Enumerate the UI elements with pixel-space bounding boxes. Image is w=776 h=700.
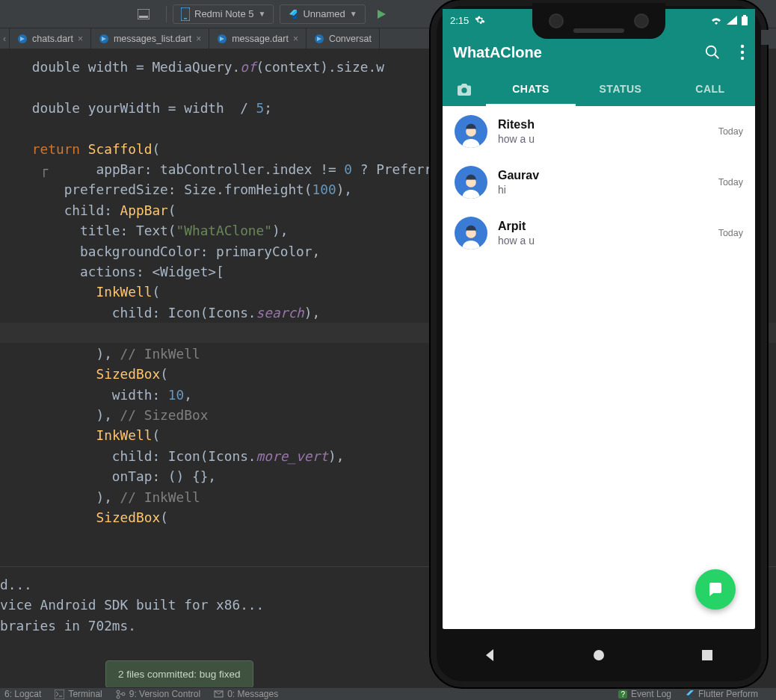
svg-point-36 — [594, 650, 604, 660]
vcs-tab[interactable]: 9: Version Control — [116, 689, 200, 699]
tab-call[interactable]: CALL — [665, 73, 755, 106]
camera-tab[interactable] — [443, 73, 486, 106]
chat-msg: hi — [498, 184, 708, 196]
chat-name: Arpit — [498, 220, 708, 233]
logcat-tab[interactable]: 6: Logcat — [4, 689, 41, 699]
eventlog-tab[interactable]: ? Event Log — [618, 689, 671, 699]
config-label: Unnamed — [303, 8, 345, 19]
gear-icon — [475, 15, 485, 25]
flutter-perf-tab[interactable]: Flutter Perform — [685, 689, 758, 699]
signal-icon — [727, 16, 737, 25]
more-vert-icon[interactable] — [740, 44, 745, 61]
run-button[interactable] — [372, 4, 391, 24]
chevron-down-icon: ▼ — [350, 10, 357, 18]
chat-row[interactable]: Ritesh how a u Today — [443, 106, 755, 157]
svg-point-31 — [461, 87, 466, 93]
chevron-down-icon: ▼ — [258, 10, 265, 18]
emulator-side-handle[interactable] — [761, 30, 772, 45]
svg-rect-1 — [139, 16, 148, 18]
nav-home[interactable] — [590, 646, 608, 664]
nav-back[interactable] — [481, 646, 499, 664]
chat-time: Today — [718, 177, 743, 188]
avatar — [455, 217, 487, 250]
svg-point-29 — [741, 51, 744, 54]
tab-chats[interactable]: chats.dart × — [10, 28, 91, 49]
chat-row[interactable]: Arpit how a u Today — [443, 208, 755, 258]
avatar — [455, 115, 487, 148]
tab-overflow[interactable]: ‹ — [0, 28, 10, 49]
run-config-selector[interactable]: Unnamed ▼ — [280, 4, 365, 24]
svg-point-26 — [706, 46, 716, 56]
close-icon[interactable]: × — [78, 34, 83, 44]
tab-conversation[interactable]: Conversat — [307, 28, 380, 49]
svg-marker-7 — [378, 10, 386, 19]
chat-name: Gaurav — [498, 169, 708, 182]
phone-notch — [532, 3, 665, 39]
phone-screen: 2:15 WhatAClone — [443, 9, 755, 629]
wifi-icon — [710, 16, 722, 25]
chat-msg: how a u — [498, 235, 708, 247]
tab-bar: CHATS STATUS CALL — [443, 73, 755, 106]
terminal-tab[interactable]: Terminal — [55, 689, 102, 699]
svg-point-17 — [117, 690, 120, 693]
tab-chats[interactable]: CHATS — [486, 73, 576, 106]
svg-line-27 — [715, 55, 719, 59]
android-emulator: 2:15 WhatAClone — [431, 0, 767, 687]
close-icon[interactable]: × — [196, 34, 201, 44]
tab-messages-list[interactable]: messages_list.dart × — [91, 28, 209, 49]
tab-message[interactable]: message.dart × — [209, 28, 307, 49]
new-chat-fab[interactable] — [695, 569, 736, 610]
status-time: 2:15 — [450, 15, 469, 26]
commit-toast: 2 files committed: bug fixed — [105, 660, 253, 688]
svg-rect-25 — [743, 15, 746, 16]
device-label: Redmi Note 5 — [194, 8, 253, 19]
chat-name: Ritesh — [498, 118, 708, 131]
chat-time: Today — [718, 126, 743, 137]
svg-rect-37 — [702, 650, 712, 660]
avatar — [455, 166, 487, 199]
chat-msg: how a u — [498, 133, 708, 145]
svg-point-19 — [122, 693, 125, 696]
search-icon[interactable] — [704, 44, 721, 61]
svg-rect-16 — [55, 690, 64, 699]
app-title: WhatAClone — [453, 44, 542, 61]
svg-point-30 — [741, 57, 744, 60]
svg-point-18 — [117, 696, 120, 699]
svg-marker-21 — [686, 690, 694, 696]
device-selector[interactable]: Redmi Note 5 ▼ — [173, 4, 274, 24]
svg-rect-24 — [742, 16, 748, 25]
android-nav-bar — [437, 629, 761, 681]
svg-rect-3 — [184, 18, 187, 19]
chat-row[interactable]: Gaurav hi Today — [443, 157, 755, 208]
chat-time: Today — [718, 228, 743, 238]
svg-marker-22 — [689, 696, 694, 699]
svg-marker-23 — [727, 16, 737, 25]
close-icon[interactable]: × — [293, 34, 298, 44]
battery-icon — [742, 15, 748, 25]
svg-point-28 — [741, 45, 744, 48]
tab-status[interactable]: STATUS — [576, 73, 665, 106]
messages-tab[interactable]: 0: Messages — [214, 689, 278, 699]
nav-recent[interactable] — [698, 646, 716, 664]
chat-list: Ritesh how a u Today Gaurav hi Today — [443, 106, 755, 258]
layout-icon[interactable] — [133, 4, 154, 24]
svg-marker-35 — [486, 649, 493, 661]
status-bar: 6: Logcat Terminal 9: Version Control 0:… — [0, 687, 776, 700]
